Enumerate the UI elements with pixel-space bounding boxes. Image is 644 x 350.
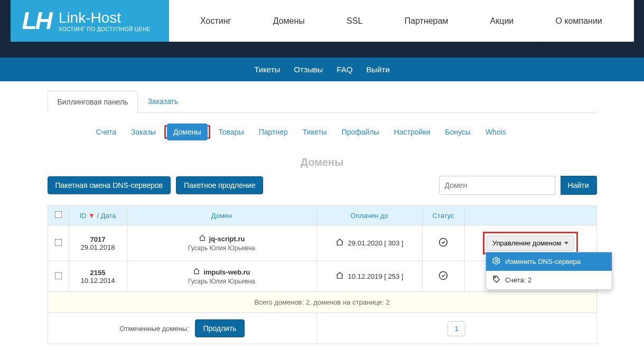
subtab-settings[interactable]: Настройки xyxy=(388,124,437,140)
subtab-whois[interactable]: Whois xyxy=(479,124,512,140)
select-all-checkbox[interactable] xyxy=(54,211,62,219)
page-number[interactable]: 1 xyxy=(447,321,465,336)
col-status[interactable]: Статус xyxy=(422,206,464,225)
row-domain: jq-script.ru xyxy=(209,235,245,243)
row-owner: Гусарь Юлия Юрьевна xyxy=(132,278,312,285)
highlight-domains: Домены xyxy=(164,125,210,139)
col-paid-until[interactable]: Оплачен до xyxy=(316,206,422,225)
nav-hosting[interactable]: Хостинг xyxy=(195,11,236,31)
subnav-faq[interactable]: FAQ xyxy=(337,65,352,74)
brand-title: Link-Host xyxy=(59,10,151,26)
row-owner: Гусарь Юлия Юрьевна xyxy=(132,244,312,252)
gear-icon xyxy=(492,257,501,267)
svg-point-1 xyxy=(496,260,498,262)
subtab-tickets[interactable]: Тикеты xyxy=(296,124,333,140)
renew-selected-button[interactable]: Продлить xyxy=(195,319,244,337)
home-icon xyxy=(199,234,206,243)
page-title: Домены xyxy=(48,156,597,168)
home-icon xyxy=(335,271,344,281)
domains-table: ID ▼ / Дата Домен Оплачен до Статус 7017… xyxy=(48,205,597,344)
tab-order[interactable]: Заказать xyxy=(138,91,188,112)
status-ok-icon xyxy=(438,274,448,282)
col-domain[interactable]: Домен xyxy=(127,206,316,225)
panel-tabs: Биллинговая панель Заказать xyxy=(48,91,597,113)
dropdown-change-dns[interactable]: Изменить DNS-сервера xyxy=(486,252,612,271)
row-date: 10.12.2014 xyxy=(73,277,123,285)
highlight-dropdown: Управление доменом Изменить DNS-сервера xyxy=(483,232,578,254)
status-ok-icon xyxy=(438,241,448,249)
table-row: 7017 29.01.2018 jq-script.ru Гусарь Юлия… xyxy=(48,225,596,261)
subtab-bonuses[interactable]: Бонусы xyxy=(438,124,477,140)
nav-promo[interactable]: Акции xyxy=(485,11,519,31)
row-paid: 10.12.2019 [ 253 ] xyxy=(348,272,404,280)
subtab-profiles[interactable]: Профайлы xyxy=(335,124,386,140)
billing-subtabs: Счета Заказы Домены Товары Партнер Тикет… xyxy=(48,124,597,140)
row-paid: 29.01.2020 [ 303 ] xyxy=(348,239,404,247)
nav-partners[interactable]: Партнерам xyxy=(399,11,454,31)
footer-label: Отмеченные домены: xyxy=(119,325,189,333)
bulk-renew-button[interactable]: Пакетное продление xyxy=(176,176,263,194)
row-checkbox[interactable] xyxy=(54,272,62,279)
subtab-products[interactable]: Товары xyxy=(212,124,250,140)
svg-point-3 xyxy=(440,272,447,280)
svg-point-2 xyxy=(494,277,496,278)
table-summary: Всего доменов: 2, доменов на странице: 2 xyxy=(48,292,596,313)
row-date: 29.01.2018 xyxy=(73,243,123,251)
subtab-orders[interactable]: Заказы xyxy=(125,124,162,140)
svg-point-0 xyxy=(440,239,447,247)
home-icon xyxy=(335,238,344,248)
sub-nav: Тикеты Отзывы FAQ Выйти xyxy=(11,58,634,81)
tag-icon xyxy=(492,275,501,285)
subtab-partner[interactable]: Партнер xyxy=(253,124,294,140)
manage-domain-button[interactable]: Управление доменом xyxy=(487,235,574,251)
domain-search-button[interactable]: Найти xyxy=(561,176,597,195)
logo-mark-icon: LH xyxy=(22,10,51,32)
col-id-date[interactable]: ID ▼ / Дата xyxy=(69,206,127,225)
nav-ssl[interactable]: SSL xyxy=(341,11,368,31)
row-id: 2155 xyxy=(73,269,123,277)
brand-logo[interactable]: LH Link-Host ХОСТИНГ ПО ДОСТУПНОЙ ЦЕНЕ xyxy=(11,0,169,42)
row-checkbox[interactable] xyxy=(54,239,62,246)
subnav-logout[interactable]: Выйти xyxy=(366,65,389,74)
nav-about[interactable]: О компании xyxy=(550,11,608,31)
nav-domains[interactable]: Домены xyxy=(268,11,310,31)
home-icon xyxy=(193,268,200,277)
subtab-accounts[interactable]: Счета xyxy=(90,124,123,140)
main-nav: Хостинг Домены SSL Партнерам Акции О ком… xyxy=(169,0,634,42)
subnav-tickets[interactable]: Тикеты xyxy=(254,65,280,74)
manage-dropdown-menu: Изменить DNS-сервера Счета: 2 xyxy=(486,252,612,290)
row-id: 7017 xyxy=(73,235,123,243)
tab-billing-panel[interactable]: Биллинговая панель xyxy=(48,91,138,113)
dropdown-invoices[interactable]: Счета: 2 xyxy=(486,271,612,289)
caret-down-icon xyxy=(564,242,568,244)
subtab-domains[interactable]: Домены xyxy=(167,124,208,140)
brand-subtitle: ХОСТИНГ ПО ДОСТУПНОЙ ЦЕНЕ xyxy=(59,26,151,32)
row-domain: impuls-web.ru xyxy=(203,268,250,276)
bulk-dns-button[interactable]: Пакетная смена DNS-серверов xyxy=(48,176,171,194)
domain-search-input[interactable] xyxy=(439,176,555,195)
subnav-reviews[interactable]: Отзывы xyxy=(294,65,323,74)
sort-indicator-icon: ▼ xyxy=(88,212,95,220)
